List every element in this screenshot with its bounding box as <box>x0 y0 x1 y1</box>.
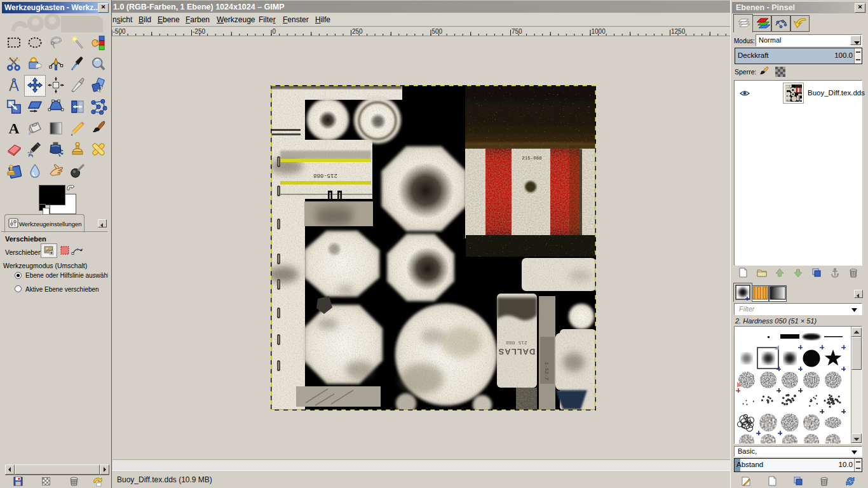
svg-text:215-088: 215-088 <box>522 156 542 161</box>
svg-text:-500: -500 <box>113 28 126 35</box>
svg-text:-250: -250 <box>193 28 205 35</box>
svg-text:215-088: 215-088 <box>313 172 337 179</box>
svg-text:250: 250 <box>352 28 363 35</box>
svg-text:DALLAS: DALLAS <box>498 347 536 356</box>
svg-text:500: 500 <box>432 28 443 35</box>
svg-text:1250: 1250 <box>671 28 686 35</box>
svg-text:1000: 1000 <box>592 28 606 35</box>
svg-text:A: A <box>8 120 19 137</box>
svg-text:1-52-7: 1-52-7 <box>544 362 550 381</box>
svg-text:750: 750 <box>512 28 522 35</box>
svg-text:0: 0 <box>273 28 276 35</box>
svg-text:215 088: 215 088 <box>506 340 527 346</box>
